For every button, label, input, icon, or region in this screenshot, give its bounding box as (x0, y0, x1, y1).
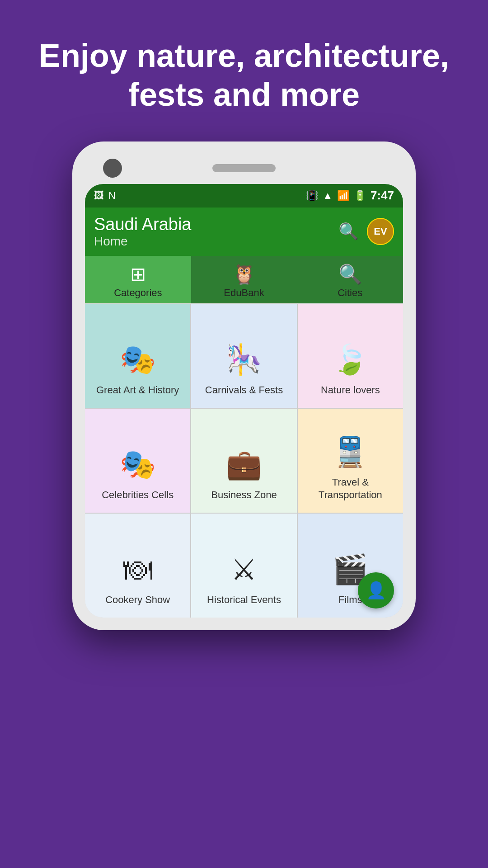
app-bar: Saudi Arabia Home 🔍 EV (85, 208, 403, 256)
app-title-block: Saudi Arabia Home (94, 215, 192, 249)
photo-status-icon: 🖼 (94, 190, 104, 202)
travel-icon: 🚆 (332, 435, 368, 469)
carnivals-icon: 🎠 (226, 343, 262, 377)
nature-label: Nature lovers (321, 384, 380, 397)
search-icon[interactable]: 🔍 (338, 222, 359, 241)
category-grid-container: 🎭 Great Art & History 🎠 Carnivals & Fest… (85, 304, 403, 618)
edubank-tab-label: EduBank (224, 287, 264, 299)
ev-logo[interactable]: EV (367, 218, 394, 245)
phone-mockup: 🖼 N 📳 ▲ 📶 🔋 7:47 Saudi Arabia Home 🔍 EV (72, 142, 416, 630)
great-art-icon: 🎭 (120, 343, 156, 377)
battery-icon: 🔋 (354, 190, 366, 202)
category-great-art-history[interactable]: 🎭 Great Art & History (85, 304, 190, 408)
phone-speaker (212, 164, 276, 172)
cookery-label: Cookery Show (105, 594, 170, 607)
edubank-tab-icon: 🦉 (232, 263, 256, 285)
tab-edubank[interactable]: 🦉 EduBank (191, 256, 297, 303)
category-travel-transport[interactable]: 🚆 Travel & Transportation (298, 409, 403, 513)
cities-tab-icon: 🔍 (338, 263, 362, 285)
hero-text: Enjoy nature, architecture, fests and mo… (0, 0, 488, 142)
historical-label: Historical Events (207, 594, 281, 607)
cookery-icon: 🍽 (123, 553, 152, 586)
category-cookery-show[interactable]: 🍽 Cookery Show (85, 514, 190, 618)
category-historical-events[interactable]: ⚔ Historical Events (191, 514, 296, 618)
app-bar-icons: 🔍 EV (338, 218, 394, 245)
great-art-label: Great Art & History (96, 384, 179, 397)
business-label: Business Zone (211, 489, 277, 502)
phone-notch (85, 154, 403, 184)
status-right-icons: 📳 ▲ 📶 🔋 7:47 (306, 189, 394, 203)
status-time: 7:47 (371, 189, 394, 203)
categories-tab-icon: ⊞ (130, 263, 146, 285)
signal-icon: 📶 (337, 190, 349, 202)
travel-label: Travel & Transportation (302, 476, 399, 502)
tab-categories[interactable]: ⊞ Categories (85, 256, 191, 303)
fab-icon: 👤 (366, 581, 386, 600)
status-bar: 🖼 N 📳 ▲ 📶 🔋 7:47 (85, 184, 403, 208)
category-business-zone[interactable]: 💼 Business Zone (191, 409, 296, 513)
phone-camera (103, 159, 122, 178)
status-left-icons: 🖼 N (94, 190, 116, 202)
categories-tab-label: Categories (114, 287, 162, 299)
historical-icon: ⚔ (231, 553, 257, 586)
wifi-icon: ▲ (323, 190, 333, 202)
tab-bar: ⊞ Categories 🦉 EduBank 🔍 Cities (85, 256, 403, 304)
vibrate-icon: 📳 (306, 190, 318, 202)
n-status-icon: N (108, 190, 116, 202)
tab-cities[interactable]: 🔍 Cities (297, 256, 403, 303)
celebrities-label: Celebrities Cells (102, 489, 174, 502)
fab-button[interactable]: 👤 (358, 572, 394, 609)
celebrities-icon: 🎭 (120, 448, 156, 481)
nature-icon: 🍃 (332, 343, 368, 377)
app-subtitle: Home (94, 234, 192, 249)
business-icon: 💼 (226, 448, 262, 481)
app-title: Saudi Arabia (94, 215, 192, 234)
category-carnivals-fests[interactable]: 🎠 Carnivals & Fests (191, 304, 296, 408)
category-grid: 🎭 Great Art & History 🎠 Carnivals & Fest… (85, 304, 403, 618)
cities-tab-label: Cities (338, 287, 362, 299)
category-celebrities[interactable]: 🎭 Celebrities Cells (85, 409, 190, 513)
carnivals-label: Carnivals & Fests (205, 384, 283, 397)
phone-screen: 🖼 N 📳 ▲ 📶 🔋 7:47 Saudi Arabia Home 🔍 EV (85, 184, 403, 618)
category-nature-lovers[interactable]: 🍃 Nature lovers (298, 304, 403, 408)
